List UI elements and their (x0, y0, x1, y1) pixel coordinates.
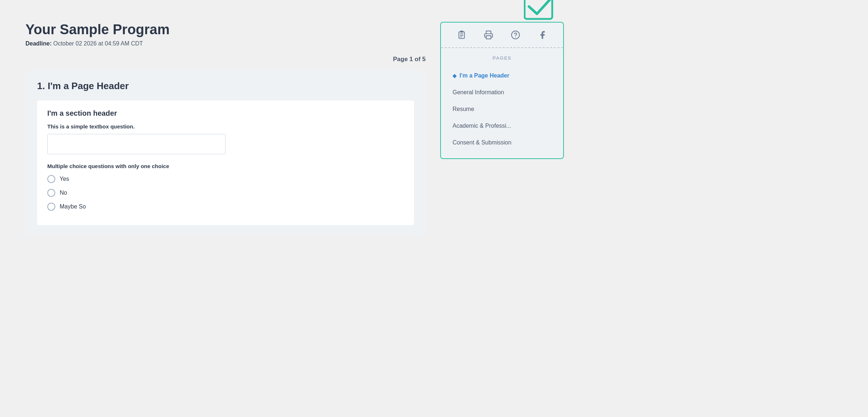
textbox-question-label: This is a simple textbox question. (47, 123, 404, 130)
radio-option-no[interactable]: No (47, 189, 404, 197)
sidebar-toolbar (441, 23, 563, 48)
svg-rect-6 (486, 36, 491, 39)
pages-section: PAGES ◆ I'm a Page Header General Inform… (441, 48, 563, 158)
checkmark-icon (524, 0, 557, 22)
sidebar-item-resume-label: Resume (453, 106, 474, 112)
sidebar-item-academic[interactable]: Academic & Professi... (447, 118, 557, 134)
clipboard-toolbar-icon[interactable] (456, 29, 467, 41)
sidebar-item-general-information[interactable]: General Information (447, 84, 557, 101)
deadline-line: Deadline: October 02 2026 at 04:59 AM CD… (25, 40, 426, 47)
radio-circle-no[interactable] (47, 189, 55, 197)
textbox-input[interactable] (47, 134, 226, 154)
facebook-toolbar-icon[interactable] (537, 29, 548, 41)
radio-circle-yes[interactable] (47, 175, 55, 183)
deadline-value: October 02 2026 at 04:59 AM CDT (53, 40, 143, 47)
radio-option-yes[interactable]: Yes (47, 175, 404, 183)
main-content: Your Sample Program Deadline: October 02… (25, 22, 426, 235)
help-toolbar-icon[interactable] (510, 29, 521, 41)
print-toolbar-icon[interactable] (483, 29, 494, 41)
page-indicator: Page 1 of 5 (25, 56, 426, 63)
pages-label: PAGES (447, 55, 557, 61)
radio-label-yes: Yes (60, 176, 69, 182)
sidebar-item-consent[interactable]: Consent & Submission (447, 134, 557, 151)
section-header: I'm a section header (47, 109, 404, 118)
radio-option-maybe[interactable]: Maybe So (47, 203, 404, 211)
sidebar-panel: PAGES ◆ I'm a Page Header General Inform… (440, 22, 564, 159)
diamond-icon: ◆ (453, 73, 457, 79)
radio-label-no: No (60, 190, 67, 196)
sidebar-item-consent-label: Consent & Submission (453, 139, 511, 146)
sidebar-item-academic-label: Academic & Professi... (453, 123, 511, 129)
program-title: Your Sample Program (25, 22, 426, 37)
sidebar-item-page-header-label: I'm a Page Header (459, 72, 509, 79)
sidebar-item-page-header[interactable]: ◆ I'm a Page Header (447, 67, 557, 84)
radio-label-maybe: Maybe So (60, 203, 86, 210)
radio-circle-maybe[interactable] (47, 203, 55, 211)
section-title: 1. I'm a Page Header (37, 80, 414, 92)
sidebar-item-resume[interactable]: Resume (447, 101, 557, 118)
mc-question-label: Multiple choice questions with only one … (47, 163, 404, 169)
form-section: 1. I'm a Page Header I'm a section heade… (25, 70, 426, 235)
sidebar-item-general-information-label: General Information (453, 89, 504, 96)
section-inner: I'm a section header This is a simple te… (37, 100, 414, 225)
sidebar: PAGES ◆ I'm a Page Header General Inform… (440, 22, 564, 235)
deadline-label: Deadline: (25, 40, 52, 47)
